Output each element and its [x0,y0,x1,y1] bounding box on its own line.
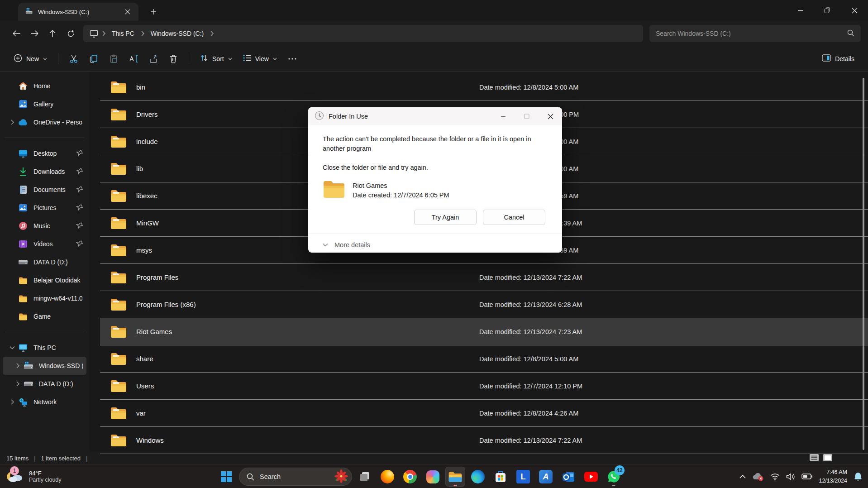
tab-close-icon[interactable] [121,5,134,18]
share-button[interactable] [143,50,163,67]
sidebar-expand-icon[interactable] [12,381,24,387]
sidebar-item[interactable]: Windows-SSD (C:) [3,357,86,375]
copy-button[interactable] [84,50,104,67]
start-button[interactable] [216,467,236,487]
notification-bell-icon[interactable] [854,472,863,482]
onedrive-error-icon[interactable] [752,472,764,481]
more-details-toggle[interactable]: More details [308,234,562,249]
search-icon [247,473,254,481]
breadcrumb-this-pc[interactable]: This PC [108,29,138,38]
refresh-button[interactable] [62,25,80,42]
file-row[interactable]: bin Date modified: 12/8/2024 5:00 AM [100,74,868,101]
view-button[interactable]: View [238,51,282,66]
taskbar-clock[interactable]: 7:46 AM 12/13/2024 [819,468,847,484]
file-row[interactable]: var Date modified: 12/8/2024 4:26 AM [100,400,868,427]
tray-chevron-up-icon[interactable] [739,474,746,478]
sidebar-item[interactable]: Gallery [3,95,86,113]
microsoft-store-icon[interactable] [491,467,510,487]
window-restore-button[interactable] [814,0,841,21]
weather-moon-cloud-icon: 1 [6,468,24,485]
task-view-button[interactable] [355,467,375,487]
paste-button[interactable] [104,50,124,67]
file-row[interactable]: Users Date modified: 12/7/2024 12:10 PM [100,373,868,400]
breadcrumb[interactable]: This PC Windows-SSD (C:) [83,25,643,42]
chrome-icon[interactable] [400,467,420,487]
dialog-close-button[interactable] [539,107,562,125]
sidebar-expand-icon[interactable] [6,399,18,405]
cut-button[interactable] [64,50,84,67]
file-row[interactable]: Riot Games Date modified: 12/13/2024 7:2… [100,318,868,345]
sidebar-item[interactable]: Documents [3,181,86,199]
scrollbar[interactable] [863,78,864,450]
app-a-icon[interactable]: A [536,467,556,487]
sidebar-item[interactable]: This PC [3,339,86,357]
sidebar-expand-icon[interactable] [6,346,18,349]
new-tab-button[interactable] [146,4,161,19]
sidebar-expand-icon[interactable] [12,363,24,368]
dialog-message-2: Close the folder or file and try again. [323,163,548,172]
forward-button[interactable] [25,25,43,42]
more-options-button[interactable] [282,50,302,67]
folder-icon [110,107,127,122]
dialog-window-controls [491,107,562,125]
outlook-icon[interactable] [558,467,578,487]
sidebar-item[interactable]: DATA D (D:) [3,253,86,271]
window-close-button[interactable] [841,0,868,21]
sidebar-item[interactable]: Pictures [3,199,86,217]
new-button[interactable]: New [8,51,52,67]
search-icon [847,29,854,38]
explorer-tab[interactable]: Windows-SSD (C:) [18,3,138,21]
file-date-modified: Date modified: 12/8/2024 5:00 AM [479,84,578,91]
back-button[interactable] [7,25,25,42]
wifi-icon[interactable] [770,473,780,480]
sidebar-item[interactable]: DATA D (D:) [3,375,86,393]
file-name: Drivers [136,110,158,118]
sidebar-expand-icon[interactable] [6,120,18,125]
whatsapp-icon[interactable]: 42 [604,467,624,487]
battery-icon[interactable] [801,474,812,479]
firefox-icon[interactable] [377,467,397,487]
network-icon [18,397,28,407]
delete-button[interactable] [163,50,183,67]
file-row[interactable]: Program Files Date modified: 12/13/2024 … [100,264,868,291]
file-row[interactable]: Program Files (x86) Date modified: 12/13… [100,291,868,318]
dialog-title: Folder In Use [329,113,368,120]
breadcrumb-current-drive[interactable]: Windows-SSD (C:) [147,29,207,38]
rename-button[interactable] [124,50,143,67]
edge-icon[interactable] [468,467,488,487]
dialog-maximize-button[interactable] [515,107,539,125]
sidebar-item[interactable]: Belajar Otodidak [3,271,86,289]
file-row[interactable]: share Date modified: 12/8/2024 5:00 AM [100,345,868,373]
copilot-icon[interactable] [423,467,443,487]
dialog-minimize-button[interactable] [491,107,515,125]
sidebar-item[interactable]: Videos [3,235,86,253]
weather-widget[interactable]: 1 84°F Partly cloudy [0,468,131,485]
sidebar-item[interactable]: Game [3,307,86,325]
file-row[interactable]: Windows Date modified: 12/13/2024 7:22 A… [100,427,868,454]
file-explorer-icon[interactable] [445,467,465,487]
volume-icon[interactable] [786,473,795,480]
taskbar-search[interactable]: Search [239,468,352,486]
thumbnail-view-toggle[interactable] [823,454,833,463]
sidebar-item[interactable]: Network [3,393,86,411]
items-count: 15 items [6,455,29,462]
search-input[interactable]: Search Windows-SSD (C:) [649,25,861,42]
sidebar-item-label: Pictures [33,204,57,211]
up-button[interactable] [43,25,62,42]
sidebar-item[interactable]: mingw-w64-v11.0.0 [3,289,86,307]
try-again-button[interactable]: Try Again [414,210,477,225]
line-app-icon[interactable]: L [513,467,533,487]
sort-button[interactable]: Sort [195,51,238,67]
cancel-button[interactable]: Cancel [483,210,545,225]
youtube-icon[interactable] [581,467,601,487]
details-view-toggle[interactable] [809,454,819,463]
dialog-folder-info: Riot Games Date created: 12/7/2024 6:05 … [323,180,548,201]
sidebar-item[interactable]: Downloads [3,163,86,181]
details-pane-button[interactable]: Details [816,51,860,66]
sidebar-item[interactable]: OneDrive - Persona [3,113,86,131]
sidebar-item[interactable]: Home [3,77,86,95]
folder-icon [110,216,127,230]
sidebar-item[interactable]: Desktop [3,144,86,163]
sidebar-item[interactable]: Music [3,217,86,235]
window-minimize-button[interactable] [787,0,814,21]
